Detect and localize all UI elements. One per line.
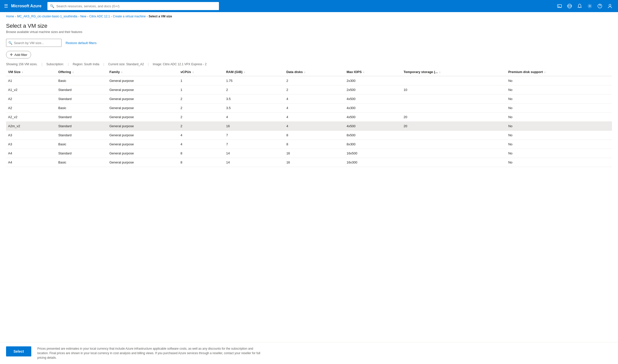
col-vm-size[interactable]: VM Size ↕ [6, 68, 56, 76]
table-cell: A2 [6, 94, 56, 104]
hamburger-icon[interactable]: ☰ [4, 3, 8, 9]
search-box-icon: 🔍 [8, 41, 12, 45]
table-cell: A1_v2 [6, 85, 56, 94]
table-cell: 4x500 [345, 94, 402, 104]
breadcrumb-rg[interactable]: MC_AKS_RG_cic-cluster-basic-1_southindia [17, 15, 77, 18]
col-vcpus[interactable]: vCPUs ↕ [178, 68, 224, 76]
table-cell: 2 [178, 122, 224, 131]
table-cell: General purpose [107, 131, 179, 140]
col-data-disks[interactable]: Data disks ↕ [284, 68, 345, 76]
breadcrumb-create-vm[interactable]: Create a virtual machine [113, 15, 146, 18]
vm-search-box[interactable]: 🔍 [6, 39, 62, 47]
cloud-shell-icon[interactable] [555, 2, 564, 10]
table-row[interactable]: A2BasicGeneral purpose23.544x300No [6, 104, 612, 113]
notifications-icon[interactable] [576, 2, 584, 10]
table-cell: 8x300 [345, 140, 402, 149]
breadcrumb-citrix[interactable]: Citrix ADC 12.1 [89, 15, 110, 18]
breadcrumb-sep-2: › [78, 15, 79, 18]
table-header: VM Size ↕ Offering ↕ Family ↕ vCPUs ↕ RA… [6, 68, 612, 76]
table-cell: 1 [178, 85, 224, 94]
table-cell [402, 94, 506, 104]
col-max-iops[interactable]: Max IOPS ↕ [345, 68, 402, 76]
add-filter-button[interactable]: ✛ Add filter [6, 51, 31, 58]
global-search[interactable]: 🔍 [47, 2, 219, 10]
table-cell: 7 [224, 140, 284, 149]
table-cell: Standard [56, 94, 107, 104]
breadcrumb-sep-3: › [87, 15, 88, 18]
table-cell: A2_v2 [6, 113, 56, 122]
table-cell: 2 [224, 85, 284, 94]
table-cell: Basic [56, 76, 107, 85]
table-cell: A1 [6, 76, 56, 85]
table-cell: 20 [402, 113, 506, 122]
svg-point-5 [600, 7, 600, 7]
settings-icon[interactable] [586, 2, 594, 10]
table-cell: 16x500 [345, 149, 402, 158]
breadcrumb-home[interactable]: Home [6, 15, 14, 18]
col-premium-disk[interactable]: Premium disk support ↕ [506, 68, 612, 76]
table-cell: 4 [284, 94, 345, 104]
account-icon[interactable] [606, 2, 614, 10]
table-cell: 4 [284, 122, 345, 131]
table-cell: General purpose [107, 149, 179, 158]
table-cell: 4 [178, 140, 224, 149]
table-cell: 8 [284, 131, 345, 140]
table-cell: Standard [56, 149, 107, 158]
table-row[interactable]: A4BasicGeneral purpose8141616x300No [6, 158, 612, 167]
breadcrumb: Home › MC_AKS_RG_cic-cluster-basic-1_sou… [0, 12, 618, 21]
page-title: Select a VM size [6, 23, 612, 29]
table-cell: No [506, 104, 612, 113]
table-row[interactable]: A2_v2StandardGeneral purpose2444x50020No [6, 113, 612, 122]
svg-point-3 [589, 5, 591, 7]
directory-icon[interactable] [566, 2, 574, 10]
table-cell: General purpose [107, 122, 179, 131]
main-content: Select a VM size Browse available virtua… [0, 23, 618, 167]
table-cell: 4 [224, 113, 284, 122]
table-cell: 1 [178, 76, 224, 85]
table-cell: A2 [6, 104, 56, 113]
table-cell: 10 [402, 85, 506, 94]
table-cell: A4 [6, 149, 56, 158]
table-row[interactable]: A3BasicGeneral purpose4788x300No [6, 140, 612, 149]
table-cell: General purpose [107, 158, 179, 167]
table-cell: 16x300 [345, 158, 402, 167]
table-cell: 2 [284, 85, 345, 94]
table-cell: 20 [402, 122, 506, 131]
col-ram[interactable]: RAM (GiB) ↕ [224, 68, 284, 76]
table-cell: 2x500 [345, 85, 402, 94]
svg-rect-0 [557, 5, 561, 8]
table-row[interactable]: A4StandardGeneral purpose8141616x500No [6, 149, 612, 158]
table-row[interactable]: A1_v2StandardGeneral purpose1222x50010No [6, 85, 612, 94]
breadcrumb-new[interactable]: New [80, 15, 86, 18]
add-filter-label: Add filter [14, 53, 27, 57]
table-row[interactable]: A1BasicGeneral purpose11.7522x300No [6, 76, 612, 85]
table-cell: General purpose [107, 104, 179, 113]
vm-size-table: VM Size ↕ Offering ↕ Family ↕ vCPUs ↕ RA… [6, 68, 612, 167]
table-cell: No [506, 85, 612, 94]
table-row[interactable]: A2StandardGeneral purpose23.544x500No [6, 94, 612, 104]
col-temp-storage[interactable]: Temporary storage (... ↕ [402, 68, 506, 76]
table-cell: 14 [224, 158, 284, 167]
brand-name: Microsoft Azure [11, 4, 41, 8]
add-filter-icon: ✛ [10, 53, 13, 57]
vm-search-input[interactable] [14, 41, 59, 45]
table-cell: 4x500 [345, 122, 402, 131]
table-cell: 2 [178, 94, 224, 104]
table-cell: 14 [224, 149, 284, 158]
svg-point-6 [609, 4, 611, 6]
table-cell [402, 131, 506, 140]
table-cell: 3.5 [224, 94, 284, 104]
help-icon[interactable] [596, 2, 604, 10]
col-offering[interactable]: Offering ↕ [56, 68, 107, 76]
table-cell: A3 [6, 140, 56, 149]
table-row[interactable]: A2m_v2StandardGeneral purpose21644x50020… [6, 122, 612, 131]
table-row[interactable]: A3StandardGeneral purpose4788x500No [6, 131, 612, 140]
search-input[interactable] [56, 4, 216, 8]
table-cell [402, 140, 506, 149]
table-cell: 2 [284, 76, 345, 85]
table-cell: No [506, 158, 612, 167]
restore-filters-link[interactable]: Restore default filters [66, 41, 97, 45]
vm-table-container[interactable]: VM Size ↕ Offering ↕ Family ↕ vCPUs ↕ RA… [6, 68, 612, 167]
col-family[interactable]: Family ↕ [107, 68, 179, 76]
table-cell: No [506, 122, 612, 131]
